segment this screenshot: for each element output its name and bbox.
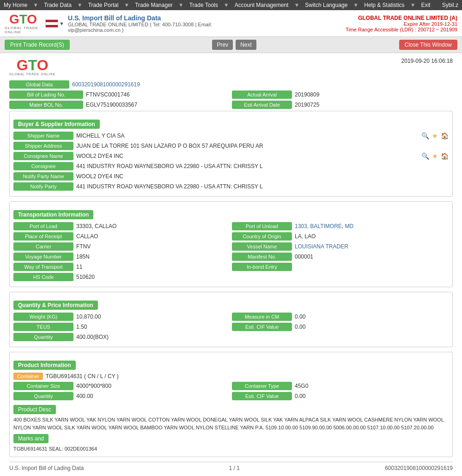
page-title: U.S. Import Bill of Lading Data: [68, 14, 231, 22]
nav-trade-manager[interactable]: Trade Manager: [135, 2, 173, 8]
close-button-top[interactable]: Close This Window: [399, 40, 457, 50]
weight-value: 10,870.00: [76, 313, 230, 320]
hs-code-value: 510620: [76, 274, 449, 280]
bol-row: Bill of Lading No. FTNVSC0001746 Actual …: [9, 90, 453, 99]
logo-subtitle: GLOBAL TRADE ONLINE: [5, 26, 42, 34]
nav-account-management[interactable]: Account Management: [235, 2, 289, 8]
document-header: GTO GLOBAL TRADE ONLINE 2019-09-20 16:06…: [9, 58, 453, 76]
manifest-no-value: 000001: [295, 253, 449, 260]
shipper-address-row: Shipper Address JUAN DE LA TORRE 101 SAN…: [13, 142, 449, 150]
time-range: Time Range Accessible (LDR) : 200712 ~ 2…: [231, 27, 457, 32]
place-receipt-value: CALLAO: [76, 233, 230, 240]
bol-value: FTNVSC0001746: [86, 91, 230, 98]
container-size-label: Container Size: [13, 382, 73, 390]
quantity-value: 400.00(BOX): [76, 334, 449, 340]
way-transport-label: Way of Transport: [13, 263, 73, 271]
flag-selector[interactable]: ▼: [45, 19, 64, 28]
buyer-supplier-header: Buyer & Supplier Information: [13, 120, 100, 129]
weight-label: Weight (KG): [13, 313, 73, 321]
nav-trade-portal[interactable]: Trade Portal: [88, 2, 119, 8]
country-origin-value: LA, LAO: [295, 233, 449, 240]
main-content: GTO GLOBAL TRADE ONLINE 2019-09-20 16:06…: [0, 53, 462, 476]
shipper-address-value: JUAN DE LA TORRE 101 SAN LAZARO P O BOX …: [76, 143, 449, 149]
marks-value: TGBU6914631 SEAL: 002DE001364: [13, 445, 449, 453]
measure-value: 0.00: [295, 313, 449, 320]
container-label: Container: [13, 373, 43, 380]
consignee-search-icon[interactable]: 🔍: [421, 152, 429, 160]
voyage-manifest-row: Voyage Number 185N Manifest No. 000001: [13, 253, 449, 261]
nav-exit[interactable]: Exit: [421, 2, 431, 8]
notify-party-name-row: Notify Party Name WOOL2 DYE4 INC: [13, 172, 449, 181]
vessel-name-label: Vessel Name: [232, 242, 292, 251]
mater-bol-label: Mater BOL No.: [9, 101, 83, 109]
nav-switch-language[interactable]: Switch Language: [305, 2, 347, 8]
port-load-label: Port of Load: [13, 222, 73, 230]
shipper-star-icon[interactable]: ★: [432, 132, 438, 139]
nav-help-statistics[interactable]: Help & Statistics: [364, 2, 404, 8]
nav-my-home[interactable]: My Home: [4, 2, 27, 8]
weight-measure-row: Weight (KG) 10,870.00 Measure in CM 0.00: [13, 313, 449, 321]
prev-button-top[interactable]: Prev: [212, 40, 233, 50]
document-timestamp: 2019-09-20 16:06:18: [401, 58, 453, 64]
voyage-number-label: Voyage Number: [13, 253, 73, 261]
nav-trade-data[interactable]: Trade Data: [44, 2, 72, 8]
print-button-top[interactable]: Print Trade Record(S): [5, 40, 70, 50]
quantity2-label: Quantity: [13, 392, 73, 400]
mater-bol-value: EGLV751900033567: [86, 102, 230, 108]
mater-bol-row: Mater BOL No. EGLV751900033567 Esti Arri…: [9, 101, 453, 109]
product-header: Product Information: [13, 361, 76, 370]
port-load-value: 33303, CALLAO: [76, 223, 230, 229]
company-name: GLOBAL TRADE ONLINE LIMITED (A): [231, 15, 457, 21]
transportation-header: Transportation Information: [13, 210, 93, 219]
quantity-price-section: Quantity & Price Information Weight (KG)…: [9, 292, 453, 347]
place-receipt-label: Place of Receipt: [13, 232, 73, 241]
consignee-row: Consignee 441 INDUSTRY ROAD WAYNESBORO V…: [13, 162, 449, 170]
qty2-cif2-row: Quantity 400.00 Esti. CIF Value 0.00: [13, 392, 449, 400]
port-row: Port of Load 33303, CALLAO Port of Unloa…: [13, 222, 449, 230]
notify-party-name-value: WOOL2 DYE4 INC: [76, 173, 449, 180]
in-bond-entry-label: In-bond Entry: [232, 263, 292, 271]
teus-label: TEUS: [13, 323, 73, 331]
port-unload-label: Port of Unload: [232, 222, 292, 230]
marks-header: Marks and: [13, 434, 49, 443]
nav-trade-tools[interactable]: Trade Tools: [189, 2, 218, 8]
country-origin-label: Country of Origin: [232, 232, 292, 241]
notify-party-value: 441 INDUSTRY ROAD WAYNESBORO VA 22980 - …: [76, 183, 449, 190]
quantity-label: Quantity: [13, 333, 73, 341]
product-desc-header: Product Desc: [13, 405, 56, 414]
consignee-star-icon[interactable]: ★: [432, 152, 438, 160]
top-action-bar: Print Trade Record(S) Prev Next Close Th…: [0, 37, 462, 53]
esti-arrival-value: 20190725: [295, 102, 453, 108]
shipper-name-value: MICHELL Y CIA SA: [76, 133, 419, 139]
voyage-number-value: 185N: [76, 253, 230, 260]
footer-id: 6003201908100000291619: [385, 465, 453, 471]
esti-cif2-value: 0.00: [295, 393, 449, 399]
shipper-home-icon[interactable]: 🏠: [441, 132, 449, 139]
shipper-name-label: Shipper Name: [13, 132, 73, 140]
teus-value: 1.50: [76, 324, 230, 330]
transportation-section: Transportation Information Port of Load …: [9, 201, 453, 287]
next-button-top[interactable]: Next: [236, 40, 256, 50]
consignee-home-icon[interactable]: 🏠: [441, 152, 449, 160]
teus-cif-row: TEUS 1.50 Esti. CIF Value 0.00: [13, 323, 449, 331]
product-desc-text: 400 BOXES SILK YARN WOOL YAK NYLON YARN …: [13, 416, 449, 431]
container-type-value: 45G0: [295, 383, 449, 389]
quantity2-value: 400.00: [76, 393, 230, 399]
carrier-value: FTNV: [76, 243, 230, 250]
actual-arrival-label: Actual Arrival: [232, 90, 292, 99]
us-flag: [45, 19, 58, 28]
shipper-address-label: Shipper Address: [13, 142, 73, 150]
header-title-area: U.S. Import Bill of Lading Data GLOBAL T…: [68, 14, 231, 33]
logo-area: GTO GLOBAL TRADE ONLINE ▼ U.S. Import Bi…: [5, 13, 231, 34]
transport-inbond-row: Way of Transport 11 In-bond Entry: [13, 263, 449, 271]
user-name: Sybil.z: [442, 2, 458, 8]
shipper-search-icon[interactable]: 🔍: [421, 132, 429, 139]
port-unload-value: 1303, BALTIMORE, MD: [295, 223, 449, 229]
hs-code-label: HS Code: [13, 273, 73, 281]
global-data-row: Global Data 6003201908100000291619: [9, 80, 453, 89]
esti-arrival-label: Esti Arrival Date: [232, 101, 292, 109]
document-footer: U.S. Import Bill of Lading Data 1 / 1 60…: [9, 462, 453, 471]
container-type-label: Container Type: [232, 382, 292, 390]
notify-party-name-label: Notify Party Name: [13, 172, 73, 181]
global-data-value: 6003201908100000291619: [72, 81, 453, 88]
